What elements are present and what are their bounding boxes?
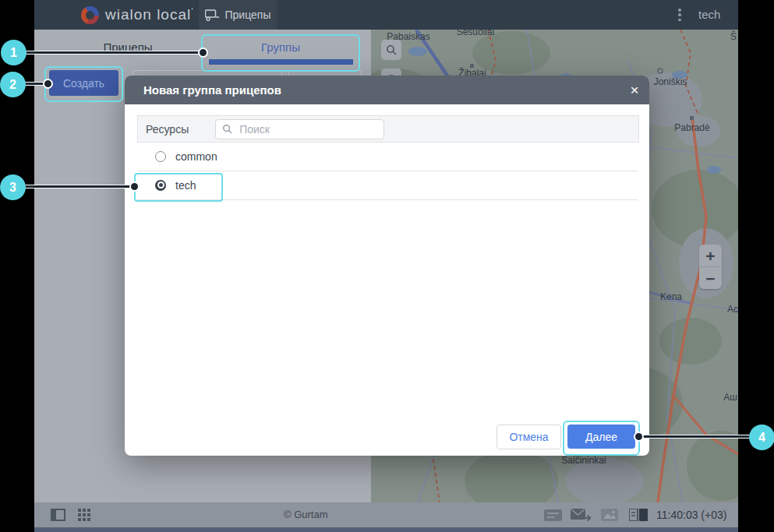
zoom-in-button[interactable]: + [699,245,722,266]
logo-text: wialon localʼ [105,6,194,23]
new-trailer-group-dialog: Новая группа прицепов × Ресурсы common t… [125,76,649,456]
connector-dot-4 [634,432,644,442]
create-button[interactable]: Создать [49,70,118,96]
search-icon [222,124,232,134]
map-place-label: Аш [723,392,737,403]
wialon-logo: wialon localʼ [81,5,194,24]
user-name[interactable]: tech [698,8,720,21]
map-place-label: Ac [727,304,738,315]
close-icon[interactable]: × [624,80,645,100]
resource-option-label: tech [175,179,196,192]
notes-icon[interactable] [544,509,562,521]
top-menu-label: Прицепы [225,9,271,21]
radio-selected-icon[interactable] [155,180,166,191]
map-place-label: Šalčininkai [561,455,606,466]
map-place-label: Pabradė [674,122,709,133]
resources-bar: Ресурсы [137,115,639,143]
apps-grid-icon[interactable] [78,509,90,521]
map-search-button[interactable] [381,40,401,60]
dialog-title: Новая группа прицепов [143,76,281,104]
search-icon [386,44,397,55]
resource-option-label: common [175,150,217,163]
copyright: © Gurtam [284,509,328,520]
connector-dot-2 [43,79,53,89]
resource-option-row[interactable]: common [137,142,638,171]
next-button[interactable]: Далее [567,425,635,449]
connector-line-4 [639,435,750,439]
trailer-icon [205,9,220,21]
map-place-label: Š [730,31,737,42]
resources-label: Ресурсы [146,123,189,136]
connector-line-3 [23,185,133,188]
top-menu-trailers[interactable]: Прицепы [199,0,277,30]
connector-dot-3 [129,181,140,192]
cancel-button[interactable]: Отмена [497,425,561,449]
resource-option-row[interactable]: tech [137,171,638,200]
step-badge-3: 3 [0,174,26,200]
map-place-label: Kena [660,291,682,302]
mail-icon[interactable] [571,509,591,522]
kebab-menu-icon[interactable] [678,9,681,21]
wialon-logo-icon [81,6,99,24]
zoom-out-button[interactable]: − [699,266,722,289]
step-badge-4: 4 [749,425,774,450]
status-bar: © Gurtam 11:40:03 (+03) [34,502,738,527]
map-place-label: Šešuoliai [457,30,495,37]
connector-line-1 [25,51,203,55]
radio-unselected-icon[interactable] [155,151,166,162]
wialon-app: wialon localʼ Прицепы tech Прицепы Групп… [0,0,774,532]
step-badge-1: 1 [1,40,27,65]
step-badge-2: 2 [0,72,26,97]
sidebar-toggle-icon[interactable] [51,509,65,521]
clock: 11:40:03 (+03) [656,509,726,521]
tab-groups-active-underline [209,59,353,65]
bottom-strip [34,527,738,532]
top-bar: wialon localʼ Прицепы tech [34,0,738,30]
map-place-label: Joniškis [654,76,687,87]
tab-groups[interactable]: Группы [203,41,359,54]
layout-icon[interactable] [629,509,648,521]
map-zoom-control: + − [699,245,722,289]
search-input[interactable] [238,122,366,136]
resource-search[interactable] [215,119,384,139]
image-icon[interactable] [601,509,618,521]
connector-dot-1 [198,48,208,58]
